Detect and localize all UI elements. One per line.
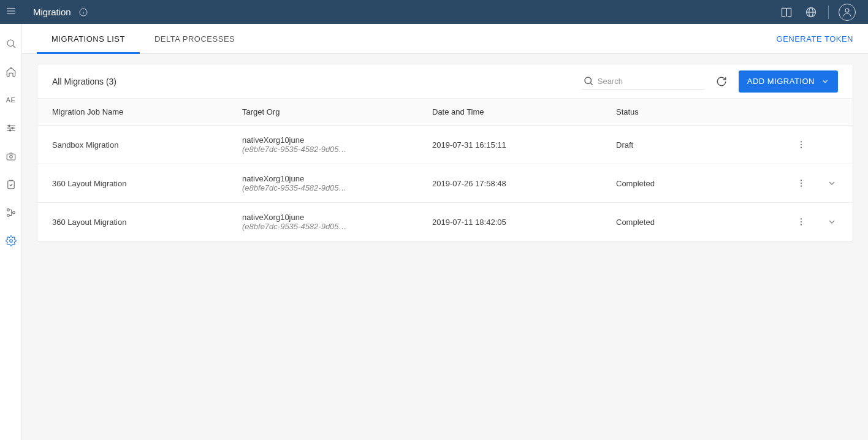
table-row: 360 Layout MigrationnativeXorg10june (e8… [37,203,853,241]
org-id: (e8bfe7dc-9535-4582-9d05… [242,145,347,154]
kebab-menu-icon[interactable] [795,138,807,151]
main-area: MIGRATIONS LIST DELTA PROCESSES GENERATE… [22,24,868,440]
tabs-bar: MIGRATIONS LIST DELTA PROCESSES GENERATE… [22,24,868,54]
svg-line-11 [13,45,15,47]
svg-point-16 [12,127,13,129]
cell-actions [712,203,853,241]
cell-actions [712,164,853,203]
org-id: (e8bfe7dc-9535-4582-9d05… [242,222,347,231]
svg-line-26 [590,83,592,85]
svg-point-33 [801,218,802,219]
user-avatar[interactable] [839,4,856,21]
chevron-down-icon[interactable] [826,177,838,189]
card-header: All Migrations (3) ADD MIGRATION [37,64,853,99]
table-row: 360 Layout MigrationnativeXorg10june (e8… [37,164,853,203]
svg-point-23 [12,211,15,214]
cell-name: Sandbox Migration [37,126,227,164]
search-input[interactable] [598,77,703,86]
org-name: nativeXorg10june [242,174,304,183]
info-icon[interactable] [78,7,88,17]
add-migration-button[interactable]: ADD MIGRATION [739,70,838,93]
migrations-card: All Migrations (3) ADD MIGRATION [37,64,853,241]
svg-point-35 [801,224,802,226]
svg-point-10 [7,40,14,47]
page-title: Migration [33,7,71,17]
left-sidebar: AE [0,24,22,440]
kebab-menu-icon[interactable] [795,177,807,189]
tab-migrations-list[interactable]: MIGRATIONS LIST [37,24,140,53]
col-header-org: Target Org [227,99,417,126]
col-header-date: Date and Time [417,99,601,126]
col-header-name: Migration Job Name [37,99,227,126]
search-icon [583,75,594,86]
cell-name: 360 Layout Migration [37,203,227,241]
svg-point-21 [7,209,9,211]
cell-status: Completed [601,203,712,241]
col-header-actions [712,99,853,126]
card-title: All Migrations (3) [52,77,116,86]
org-id: (e8bfe7dc-9535-4582-9d05… [242,183,347,192]
tab-label: DELTA PROCESSES [154,34,235,44]
svg-point-34 [801,221,802,222]
hierarchy-icon[interactable] [5,207,17,219]
chevron-down-icon [821,77,829,86]
search-icon[interactable] [5,37,17,50]
svg-point-30 [801,180,802,181]
refresh-icon[interactable] [715,75,728,88]
cell-org: nativeXorg10june (e8bfe7dc-9535-4582-9d0… [227,164,417,203]
app-header: Migration [0,0,868,24]
cell-org: nativeXorg10june (e8bfe7dc-9535-4582-9d0… [227,203,417,241]
chevron-down-icon [826,138,838,151]
svg-point-17 [9,130,10,131]
svg-point-28 [801,144,802,145]
settings-gear-icon[interactable] [5,235,17,247]
col-header-status: Status [601,99,712,126]
svg-point-32 [801,186,802,187]
hamburger-menu-icon[interactable] [6,6,17,19]
svg-point-27 [801,141,802,142]
org-name: nativeXorg10june [242,213,304,222]
svg-point-15 [8,125,9,126]
tab-label: MIGRATIONS LIST [51,34,125,44]
header-divider [828,6,829,19]
book-icon[interactable] [779,5,794,20]
svg-point-22 [7,214,9,217]
ae-icon[interactable]: AE [5,94,17,106]
generate-token-link[interactable]: GENERATE TOKEN [777,24,853,53]
cell-name: 360 Layout Migration [37,164,227,203]
camera-icon[interactable] [5,150,17,162]
cell-date: 2019-07-26 17:58:48 [417,164,601,203]
table-row: Sandbox MigrationnativeXorg10june (e8bfe… [37,126,853,164]
svg-rect-18 [7,154,15,160]
content-area: All Migrations (3) ADD MIGRATION [22,54,868,440]
cell-date: 2019-07-31 16:15:11 [417,126,601,164]
levels-icon[interactable] [5,122,17,134]
add-migration-label: ADD MIGRATION [747,77,815,86]
svg-point-25 [585,77,592,84]
cell-org: nativeXorg10june (e8bfe7dc-9535-4582-9d0… [227,126,417,164]
chevron-down-icon[interactable] [826,216,838,228]
svg-rect-20 [7,181,14,189]
home-icon[interactable] [5,66,17,78]
svg-point-9 [845,9,849,12]
tab-delta-processes[interactable]: DELTA PROCESSES [140,24,249,53]
svg-point-29 [801,147,802,148]
cell-status: Draft [601,126,712,164]
cell-date: 2019-07-11 18:42:05 [417,203,601,241]
migrations-table: Migration Job Name Target Org Date and T… [37,99,853,241]
cell-actions [712,126,853,164]
svg-point-24 [9,240,12,243]
kebab-menu-icon[interactable] [795,216,807,228]
clipboard-check-icon[interactable] [5,178,17,191]
cell-status: Completed [601,164,712,203]
globe-icon[interactable] [804,5,818,20]
svg-point-19 [9,156,12,159]
org-name: nativeXorg10june [242,135,304,145]
generate-token-label: GENERATE TOKEN [777,34,853,44]
search-field-wrap [582,73,704,89]
svg-point-31 [801,183,802,184]
